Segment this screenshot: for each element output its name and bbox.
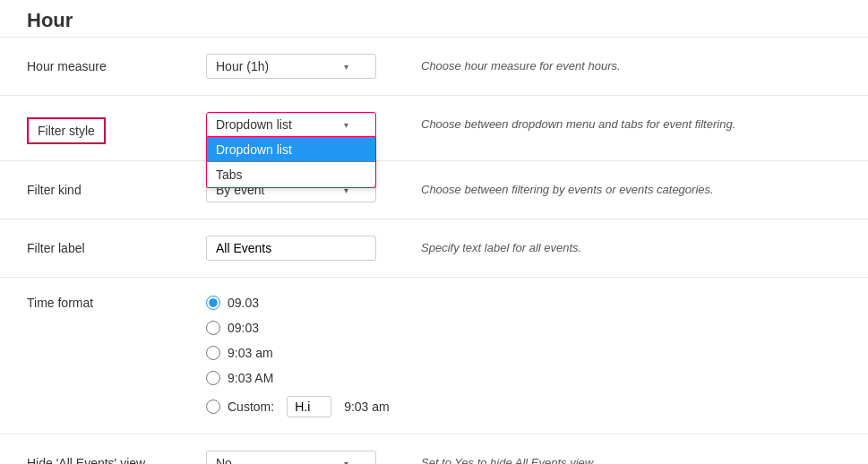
hour-measure-description: Choose hour measure for event hours. (385, 54, 841, 73)
filter-kind-description: Choose between filtering by events or ev… (385, 177, 841, 196)
hide-events-value: No (216, 456, 232, 464)
hide-events-select-wrapper[interactable]: No ▾ (206, 451, 376, 464)
hide-events-row: Hide 'All Events' view No ▾ Set to Yes t… (0, 434, 868, 464)
time-format-option-4-label: 9:03 AM (228, 371, 273, 385)
time-format-row: Time format 09.03 09:03 9:03 am 9:03 AM (0, 278, 868, 434)
filter-style-label: Filter style (27, 117, 106, 144)
time-format-radio-3[interactable] (206, 346, 220, 360)
time-format-custom-input[interactable] (287, 396, 331, 417)
time-format-option-3-label: 9:03 am (228, 346, 273, 360)
hide-events-description: Set to Yes to hide All Events view. (385, 451, 841, 464)
time-format-option-2[interactable]: 09:03 (206, 321, 390, 335)
filter-label-row: Filter label Specify text label for all … (0, 219, 868, 278)
hide-events-label: Hide 'All Events' view (27, 451, 206, 464)
filter-style-row: Filter style Dropdown list ▾ Dropdown li… (0, 96, 868, 161)
hour-measure-value: Hour (1h) (216, 59, 269, 73)
time-format-radio-4[interactable] (206, 371, 220, 385)
time-format-custom-label: Custom: (228, 400, 274, 414)
filter-label-input[interactable] (206, 236, 376, 261)
time-format-control: 09.03 09:03 9:03 am 9:03 AM Custom: (206, 294, 390, 417)
time-format-label: Time format (27, 294, 206, 310)
hour-measure-label: Hour measure (27, 54, 206, 73)
filter-style-description: Choose between dropdown menu and tabs fo… (385, 112, 841, 131)
filter-label-label: Filter label (27, 236, 206, 255)
page-title: Hour (0, 0, 868, 38)
filter-label-description: Specify text label for all events. (385, 236, 841, 254)
hour-measure-select-wrapper[interactable]: Hour (1h) ▾ (206, 54, 376, 79)
time-format-option-4[interactable]: 9:03 AM (206, 371, 390, 385)
hide-events-select[interactable]: No ▾ (206, 451, 376, 464)
time-format-radio-1[interactable] (206, 296, 220, 310)
chevron-down-icon: ▾ (344, 120, 348, 130)
filter-style-dropdown: Dropdown list Tabs (206, 137, 376, 188)
chevron-down-icon: ▾ (344, 459, 348, 465)
filter-style-control: Dropdown list ▾ Dropdown list Tabs (206, 112, 385, 137)
filter-style-label-wrapper: Filter style (27, 112, 206, 144)
time-format-option-1-label: 09.03 (228, 296, 259, 310)
time-format-radio-2[interactable] (206, 321, 220, 335)
chevron-down-icon: ▾ (344, 62, 348, 72)
time-format-description (390, 294, 841, 299)
filter-kind-label: Filter kind (27, 177, 206, 197)
hour-measure-row: Hour measure Hour (1h) ▾ Choose hour mea… (0, 38, 868, 96)
filter-style-option-tabs[interactable]: Tabs (207, 162, 375, 187)
hide-events-control: No ▾ (206, 451, 385, 464)
time-format-option-5[interactable]: Custom: 9:03 am (206, 396, 390, 417)
filter-style-option-dropdown[interactable]: Dropdown list (207, 137, 375, 162)
time-format-custom-preview: 9:03 am (344, 400, 390, 414)
time-format-option-1[interactable]: 09.03 (206, 296, 390, 310)
filter-label-control (206, 236, 385, 261)
hour-measure-control: Hour (1h) ▾ (206, 54, 385, 79)
time-format-option-2-label: 09:03 (228, 321, 259, 335)
settings-container: Hour Hour measure Hour (1h) ▾ Choose hou… (0, 0, 868, 464)
time-format-option-3[interactable]: 9:03 am (206, 346, 390, 360)
filter-style-select-wrapper[interactable]: Dropdown list ▾ Dropdown list Tabs (206, 112, 376, 137)
filter-style-value: Dropdown list (216, 117, 292, 132)
time-format-radio-5[interactable] (206, 400, 220, 414)
hour-measure-select[interactable]: Hour (1h) ▾ (206, 54, 376, 79)
filter-kind-row: Filter kind By event ▾ Choose between fi… (0, 161, 868, 219)
time-format-radio-group: 09.03 09:03 9:03 am 9:03 AM Custom: (206, 294, 390, 417)
filter-style-select[interactable]: Dropdown list ▾ (206, 112, 376, 137)
